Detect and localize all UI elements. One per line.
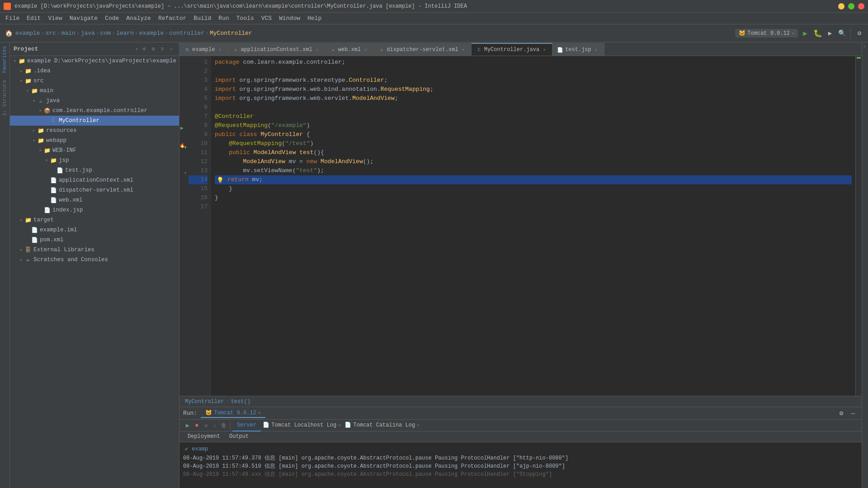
tree-arrow-webapp[interactable]: ▾ — [31, 137, 37, 144]
close-button[interactable]: ✕ — [858, 3, 864, 9]
menu-edit[interactable]: Edit — [23, 14, 44, 23]
tree-item-idea[interactable]: ▸ 📁 .idea — [10, 66, 179, 76]
tree-arrow-root[interactable]: ▾ — [12, 58, 18, 64]
tree-item-java[interactable]: ▾ ☕ java — [10, 96, 179, 106]
tree-arrow-target[interactable]: ▸ — [18, 217, 24, 223]
menu-tools[interactable]: Tools — [233, 14, 258, 23]
tab-dispatcher[interactable]: ✦ dispatcher-servlet.xml ✕ — [374, 43, 471, 56]
run-output[interactable]: ✔ examp 08-Aug-2019 11:57:49.378 信息 [mai… — [179, 442, 862, 488]
locate-icon[interactable]: ⊕ — [140, 45, 148, 53]
tree-item-ext-libs[interactable]: ▸ 🗄 External Libraries — [10, 245, 179, 255]
sb-test-method[interactable]: test() — [231, 399, 250, 405]
settings-button[interactable]: ⚙ — [854, 28, 864, 38]
menu-code[interactable]: Code — [101, 14, 123, 23]
tree-arrow-main[interactable]: ▾ — [24, 88, 31, 94]
subtab-localhost[interactable]: 📄 Tomcat Localhost Log ✕ — [261, 420, 343, 432]
tree-arrow-resources[interactable]: ▸ — [31, 127, 37, 134]
run-configuration[interactable]: 🐱 Tomcat 9.0.12 ▾ — [735, 29, 798, 38]
subtab-catalina[interactable]: 📄 Tomcat Catalina Log ✕ — [343, 420, 421, 432]
tab-close-testjsp[interactable]: ✕ — [593, 47, 599, 53]
tab-close-webxml[interactable]: ✕ — [363, 47, 369, 53]
tree-arrow-scratches[interactable]: ▸ — [18, 257, 24, 263]
tree-arrow-ext-libs[interactable]: ▸ — [18, 247, 24, 253]
bc-example[interactable]: example — [15, 30, 40, 37]
minimize-button[interactable]: ─ — [838, 3, 844, 9]
settings-icon[interactable]: ⚙ — [149, 45, 157, 53]
tab-appcontext[interactable]: ✦ applicationContext.xml ✕ — [228, 43, 325, 56]
tree-item-target[interactable]: ▸ 📁 target — [10, 215, 179, 225]
vtab-structure[interactable]: 2: Structure — [0, 76, 9, 119]
collapse-11[interactable]: ▾ — [184, 145, 187, 150]
bc-src[interactable]: src — [45, 30, 56, 37]
tab-close-dispatcher[interactable]: ✕ — [460, 47, 467, 53]
menu-analyze[interactable]: Analyze — [123, 14, 155, 23]
tree-arrow-java[interactable]: ▾ — [31, 98, 37, 104]
tab-close-example[interactable]: ✕ — [217, 47, 223, 53]
tree-item-src[interactable]: ▾ 📁 src — [10, 76, 179, 86]
bc-example2[interactable]: example — [139, 30, 164, 37]
menu-view[interactable]: View — [44, 14, 66, 23]
tree-arrow-jsp-folder[interactable]: ▾ — [43, 157, 50, 164]
tree-arrow-package[interactable]: ▾ — [37, 108, 43, 114]
tree-arrow-idea[interactable]: ▸ — [18, 68, 24, 74]
bc-learn[interactable]: learn — [116, 30, 134, 37]
tree-item-webxml[interactable]: 📄 web.xml — [10, 195, 179, 205]
run-stop-icon[interactable]: ■ — [192, 421, 201, 430]
run-settings-icon[interactable]: ⚙ — [836, 408, 846, 418]
catalina-tab-close[interactable]: ✕ — [417, 422, 420, 428]
menu-refactor[interactable]: Refactor — [155, 14, 190, 23]
run-minimize-icon[interactable]: — — [848, 408, 858, 418]
bc-java[interactable]: java — [81, 30, 95, 37]
tree-item-main[interactable]: ▾ 📁 main — [10, 86, 179, 96]
run-rerun-icon[interactable]: ↺ — [201, 421, 210, 430]
tree-item-mycontroller[interactable]: C MyController — [10, 116, 179, 126]
tab-webxml[interactable]: ✦ web.xml ✕ — [326, 43, 374, 56]
tab-output[interactable]: Output — [225, 432, 253, 441]
run-button[interactable]: ▶ — [800, 28, 811, 39]
tab-deployment[interactable]: Deployment — [183, 432, 225, 441]
tab-close-mycontroller[interactable]: ✕ — [541, 47, 547, 53]
menu-build[interactable]: Build — [190, 14, 215, 23]
menu-window[interactable]: Window — [275, 14, 304, 23]
run-scroll-icon[interactable]: ↓ — [210, 421, 219, 430]
tree-item-pom[interactable]: 📄 pom.xml — [10, 235, 179, 245]
run-play-icon[interactable]: ▶ — [183, 421, 192, 430]
subtab-server[interactable]: Server — [232, 420, 261, 432]
menu-file[interactable]: File — [2, 14, 23, 23]
vtab-favorites[interactable]: Favorites — [0, 42, 9, 76]
tree-item-package[interactable]: ▾ 📦 com.learn.example.controller — [10, 106, 179, 116]
tab-example[interactable]: m example ✕ — [179, 43, 228, 56]
menu-vcs[interactable]: VCS — [258, 14, 275, 23]
collapse-15[interactable]: ▾ — [184, 170, 187, 176]
tree-item-testjsp[interactable]: 📄 test.jsp — [10, 165, 179, 175]
tree-item-jsp-folder[interactable]: ▾ 📁 jsp — [10, 155, 179, 165]
tree-arrow-webinf[interactable]: ▾ — [37, 147, 43, 154]
maximize-button[interactable]: □ — [848, 3, 854, 9]
localhost-tab-close[interactable]: ✕ — [338, 422, 341, 428]
tree-item-iml[interactable]: 📄 example.iml — [10, 225, 179, 235]
tree-item-appcontext[interactable]: 📄 applicationContext.xml — [10, 175, 179, 185]
search-button[interactable]: 🔍 — [837, 28, 847, 38]
coverage-button[interactable]: ▶ — [825, 28, 835, 38]
tree-item-dispatcher[interactable]: 📄 dispatcher-servlet.xml — [10, 185, 179, 195]
tree-item-root[interactable]: ▾ 📁 example D:\workProjects\javaProjects… — [10, 56, 179, 66]
run-gc-icon[interactable]: 🗑 — [219, 421, 228, 430]
menu-help[interactable]: Help — [304, 14, 325, 23]
menu-navigate[interactable]: Navigate — [66, 14, 101, 23]
tree-item-webinf[interactable]: ▾ 📁 WEB-INF — [10, 145, 179, 155]
window-controls[interactable]: ─ □ ✕ — [838, 3, 864, 9]
sb-mycontroller[interactable]: MyController — [185, 399, 224, 405]
tree-item-scratches[interactable]: ▸ ✏ Scratches and Consoles — [10, 255, 179, 265]
run-tab-tomcat-close[interactable]: ✕ — [258, 410, 261, 416]
bc-main[interactable]: main — [61, 30, 75, 37]
collapse-icon[interactable]: ≡ — [158, 45, 166, 53]
bc-controller[interactable]: controller — [169, 30, 204, 37]
tab-mycontroller[interactable]: C MyController.java ✕ — [472, 43, 552, 56]
code-content[interactable]: package com.learn.example.controller; im… — [211, 56, 855, 396]
tree-item-webapp[interactable]: ▾ 📁 webapp — [10, 136, 179, 145]
bc-com[interactable]: com — [100, 30, 111, 37]
tree-arrow-src[interactable]: ▾ — [18, 78, 24, 84]
bc-mycontroller[interactable]: MyController — [210, 30, 252, 37]
pin-icon[interactable]: — — [167, 45, 175, 53]
tab-testjsp[interactable]: 📄 test.jsp ✕ — [552, 43, 604, 56]
